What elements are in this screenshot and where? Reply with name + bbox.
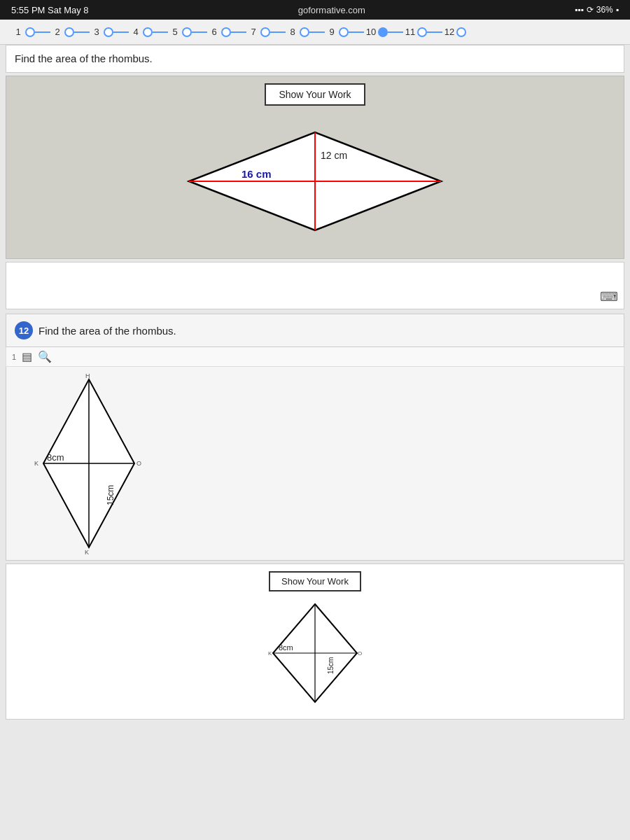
question-navigator: 1 2 3 4 5 6 7 8 9 10	[11, 27, 619, 37]
svg-text:O: O	[136, 460, 141, 467]
status-url: goformative.com	[298, 5, 365, 15]
svg-text:K: K	[34, 460, 38, 467]
nav-num-4[interactable]: 4	[129, 27, 143, 37]
tools-row-12: 1 ▤ 🔍	[6, 347, 624, 367]
rhombus-diagram-11: 16 cm 12 cm	[13, 111, 617, 251]
nav-circle-9[interactable]	[339, 27, 349, 37]
nav-line-9	[349, 31, 364, 33]
svg-text:H: H	[85, 372, 90, 379]
nav-num-6[interactable]: 6	[207, 27, 221, 37]
nav-bar: 1 2 3 4 5 6 7 8 9 10	[0, 20, 630, 45]
status-bar: 5:55 PM Sat May 8 goformative.com ▪▪▪ ⟳ …	[0, 0, 630, 20]
show-work-button-12[interactable]: Show Your Work	[269, 571, 361, 592]
wifi-icon: ⟳	[587, 5, 594, 15]
nav-num-10[interactable]: 10	[364, 27, 378, 37]
answer-area-11[interactable]: ⌨	[6, 262, 624, 309]
question-11-diagram: Show Your Work 16 cm 12 cm	[6, 76, 624, 259]
nav-circle-8[interactable]	[300, 27, 309, 37]
status-right: ▪▪▪ ⟳ 36% ▪	[575, 5, 619, 15]
nav-num-12[interactable]: 12	[442, 27, 456, 37]
nav-line-7	[270, 31, 286, 33]
show-work-section-12: Show Your Work 8cm 15cm K O	[6, 564, 624, 720]
question-12-label: 12	[15, 321, 33, 340]
nav-circle-5[interactable]	[182, 27, 192, 37]
nav-num-2[interactable]: 2	[50, 27, 64, 37]
nav-num-3[interactable]: 3	[90, 27, 104, 37]
question-11-text: Find the area of the rhombus.	[15, 52, 153, 64]
svg-text:16 cm: 16 cm	[241, 168, 272, 180]
rhombus-small-diagram: 8cm 15cm K O	[245, 597, 385, 712]
nav-line-5	[192, 31, 207, 33]
zoom-icon[interactable]: 🔍	[38, 350, 52, 363]
nav-line-4	[153, 31, 168, 33]
svg-text:8cm: 8cm	[279, 643, 293, 652]
nav-circle-2[interactable]	[64, 27, 74, 37]
nav-circle-1[interactable]	[25, 27, 35, 37]
battery-icon: ▪	[616, 5, 619, 15]
nav-line-11	[427, 31, 442, 33]
show-work-button-11[interactable]: Show Your Work	[265, 83, 365, 106]
nav-line-1	[35, 31, 50, 33]
nav-line-8	[309, 31, 325, 33]
nav-circle-3[interactable]	[104, 27, 113, 37]
nav-line-3	[113, 31, 129, 33]
svg-text:12 cm: 12 cm	[321, 150, 347, 161]
rhombus-svg-11: 16 cm 12 cm	[147, 111, 483, 251]
battery-level: 36%	[596, 5, 613, 15]
nav-circle-6[interactable]	[221, 27, 231, 37]
question-12-diagram-area: 8cm 15cm H O K K	[6, 367, 624, 561]
status-time: 5:55 PM Sat May 8	[11, 5, 89, 15]
nav-num-9[interactable]: 9	[325, 27, 339, 37]
svg-text:15cm: 15cm	[327, 657, 335, 674]
question-12-text: Find the area of the rhombus.	[38, 325, 176, 337]
nav-num-1[interactable]: 1	[11, 27, 25, 37]
nav-num-5[interactable]: 5	[168, 27, 182, 37]
nav-num-7[interactable]: 7	[246, 27, 260, 37]
page-indicator: 1	[12, 353, 16, 361]
nav-circle-7[interactable]	[260, 27, 270, 37]
svg-text:15cm: 15cm	[106, 485, 115, 505]
main-content: 1 2 3 4 5 6 7 8 9 10	[0, 20, 630, 840]
svg-text:K: K	[268, 650, 272, 657]
rhombus-svg-12: 8cm 15cm H O K K	[12, 372, 166, 554]
svg-text:8cm: 8cm	[47, 452, 64, 463]
svg-text:O: O	[358, 650, 362, 657]
question-11-header: Find the area of the rhombus.	[6, 45, 624, 73]
keyboard-icon: ⌨	[600, 289, 618, 304]
nav-num-11[interactable]: 11	[403, 27, 417, 37]
nav-line-10	[388, 31, 403, 33]
rhombus-small-svg: 8cm 15cm K O	[245, 597, 385, 709]
layer-icon[interactable]: ▤	[22, 350, 32, 363]
nav-num-8[interactable]: 8	[286, 27, 300, 37]
nav-circle-11[interactable]	[417, 27, 427, 37]
signal-icon: ▪▪▪	[575, 5, 584, 15]
question-12-header: 12 Find the area of the rhombus.	[6, 314, 624, 347]
svg-text:K: K	[85, 549, 89, 554]
nav-line-2	[74, 31, 90, 33]
nav-line-6	[231, 31, 246, 33]
nav-circle-10[interactable]	[378, 27, 388, 37]
nav-circle-12[interactable]	[456, 27, 466, 37]
nav-circle-4[interactable]	[143, 27, 153, 37]
